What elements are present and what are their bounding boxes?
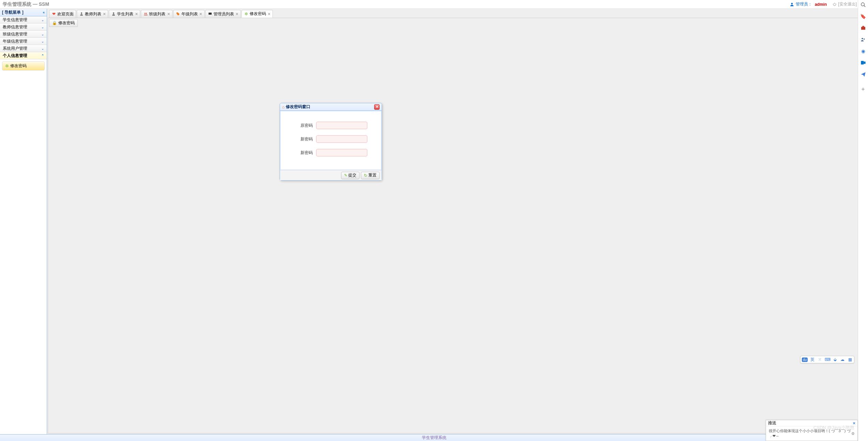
- dialog-close-button[interactable]: ✕: [374, 104, 380, 110]
- chevron-down-icon: ⌄: [41, 40, 44, 43]
- people-icon[interactable]: [860, 36, 867, 43]
- sidebar-subitem-password[interactable]: ✲ 修改密码: [2, 61, 45, 71]
- ime-cloud-icon[interactable]: ☁: [840, 357, 845, 362]
- tab-label: 年级列表: [181, 11, 198, 17]
- sidebar-item-label: 学生信息管理: [3, 17, 27, 23]
- header-right: 管理员： admin [安全退出]: [790, 1, 857, 7]
- label-old-password: 原密码: [300, 123, 313, 128]
- input-new-password[interactable]: [316, 135, 367, 143]
- nav-header: [ 导航菜单 ] «: [0, 9, 47, 16]
- gear-icon: ✲: [5, 63, 9, 69]
- form-row-new-password: 新密码: [288, 135, 374, 143]
- dialog-title-text: 修改密码窗口: [286, 104, 310, 110]
- sidebar-item-teacher[interactable]: 教师信息管理 ⌄: [0, 24, 47, 31]
- tab-close-icon[interactable]: ×: [103, 12, 106, 16]
- input-confirm-password[interactable]: [316, 149, 367, 156]
- logout-link[interactable]: [安全退出]: [832, 1, 857, 7]
- sidebar-item-sysuser[interactable]: 系统用户管理 ⌄: [0, 45, 47, 52]
- tab-label: 修改密码: [250, 11, 266, 17]
- person-icon: [111, 12, 116, 16]
- tab-welcome[interactable]: ❤ 欢迎页面: [49, 10, 76, 18]
- inner-panel-header: 🔒 修改密码: [49, 19, 78, 27]
- tab-close-icon[interactable]: ×: [200, 12, 202, 16]
- sidebar-item-label: 班级信息管理: [3, 31, 27, 37]
- outlook-icon[interactable]: [860, 59, 867, 66]
- input-old-password[interactable]: [316, 122, 367, 129]
- sidebar-item-label: 年级信息管理: [3, 39, 27, 44]
- settings-icon[interactable]: ⚙: [851, 431, 855, 436]
- chevron-down-icon: ⌄: [41, 25, 44, 29]
- pencil-icon: ✎: [344, 173, 347, 178]
- person-icon: [79, 12, 84, 16]
- svg-point-9: [864, 39, 865, 40]
- form-row-old-password: 原密码: [288, 122, 374, 129]
- tabs-bar: ❤ 欢迎页面 教师列表 × 学生列表 × 班级: [48, 10, 867, 18]
- tab-grade-list[interactable]: 年级列表 ×: [173, 10, 205, 18]
- nav-title: [ 导航菜单 ]: [2, 10, 24, 15]
- push-close-icon[interactable]: ×: [853, 421, 855, 426]
- plus-icon[interactable]: +: [860, 86, 867, 93]
- label-confirm-password: 新密码: [300, 150, 313, 156]
- sidebar-item-grade[interactable]: 年级信息管理 ⌄: [0, 38, 47, 45]
- tab-label: 班级列表: [149, 11, 165, 17]
- sidebar-item-personal[interactable]: 个人信息管理 ⌃: [0, 52, 47, 59]
- tab-label: 教师列表: [85, 11, 101, 17]
- ime-dots-icon[interactable]: ⁙: [817, 357, 823, 362]
- sidebar-item-class[interactable]: 班级信息管理 ⌄: [0, 31, 47, 38]
- svg-rect-5: [208, 13, 211, 15]
- dialog-header[interactable]: ⌂ 修改密码窗口 ✕: [280, 103, 382, 111]
- search-icon[interactable]: [860, 1, 867, 8]
- ime-toolbar[interactable]: du 英 ⁙ ⌨ ⬙ ☁ ▦: [800, 356, 854, 363]
- reset-button[interactable]: ↻ 重置: [361, 172, 380, 179]
- tag-icon: [176, 12, 180, 16]
- ime-keyboard-icon[interactable]: ⌨: [825, 357, 830, 362]
- tab-close-icon[interactable]: ×: [268, 12, 270, 16]
- tab-close-icon[interactable]: ×: [135, 12, 138, 16]
- tab-close-icon[interactable]: ×: [236, 12, 238, 16]
- ime-skin-icon[interactable]: ⬙: [832, 357, 838, 362]
- tab-class-list[interactable]: 班级列表 ×: [141, 10, 172, 18]
- ime-logo-icon[interactable]: du: [802, 358, 808, 362]
- push-body: 很开心你能体现这个小小小项目哟！( づ￣3￣) づ╭❤～ ⚙: [766, 426, 857, 441]
- monitor-icon: [208, 12, 212, 16]
- ime-grid-icon[interactable]: ▦: [847, 357, 853, 362]
- briefcase-icon[interactable]: [860, 25, 867, 31]
- tab-student-list[interactable]: 学生列表 ×: [109, 10, 140, 18]
- tab-teacher-list[interactable]: 教师列表 ×: [77, 10, 108, 18]
- submit-button[interactable]: ✎ 提交: [341, 172, 359, 179]
- chevron-down-icon: ⌄: [41, 32, 44, 36]
- svg-rect-7: [861, 27, 865, 30]
- subitem-label: 修改密码: [10, 63, 27, 69]
- reset-label: 重置: [368, 172, 377, 178]
- admin-label: 管理员：: [796, 1, 812, 7]
- chevron-down-icon: ⌄: [41, 47, 44, 50]
- dialog-footer: ✎ 提交 ↻ 重置: [280, 170, 382, 180]
- push-title: 推送: [768, 420, 776, 426]
- right-rail: 🔖 ◉ +: [858, 0, 868, 441]
- push-header: 推送 ×: [766, 420, 857, 426]
- inner-panel-title: 修改密码: [58, 20, 75, 26]
- refresh-icon: ↻: [364, 173, 367, 178]
- home-icon: ⌂: [282, 105, 284, 109]
- label-new-password: 新密码: [300, 136, 313, 142]
- tab-admin-list[interactable]: 管理员列表 ×: [205, 10, 241, 18]
- send-icon[interactable]: [860, 71, 867, 78]
- tab-label: 管理员列表: [214, 11, 234, 17]
- tab-change-password[interactable]: ✲ 修改密码 ×: [241, 10, 273, 18]
- chevron-up-icon: ⌃: [41, 54, 44, 58]
- circle-icon[interactable]: ◉: [860, 48, 867, 55]
- submit-label: 提交: [348, 172, 356, 178]
- sidebar-item-label: 系统用户管理: [3, 46, 27, 51]
- svg-point-0: [791, 3, 793, 4]
- app-title: 学生管理系统 — SSM: [3, 1, 49, 7]
- ime-lang[interactable]: 英: [810, 357, 815, 362]
- tag-icon[interactable]: 🔖: [860, 13, 867, 20]
- svg-point-2: [113, 13, 114, 14]
- sidebar-item-student[interactable]: 学生信息管理 ⌄: [0, 16, 47, 24]
- push-panel: 推送 × 很开心你能体现这个小小小项目哟！( づ￣3￣) づ╭❤～ ⚙: [766, 420, 858, 441]
- tab-close-icon[interactable]: ×: [167, 12, 170, 16]
- collapse-icon[interactable]: «: [43, 11, 45, 14]
- power-icon: [832, 2, 837, 7]
- admin-name: admin: [815, 2, 827, 7]
- user-icon: [790, 2, 794, 7]
